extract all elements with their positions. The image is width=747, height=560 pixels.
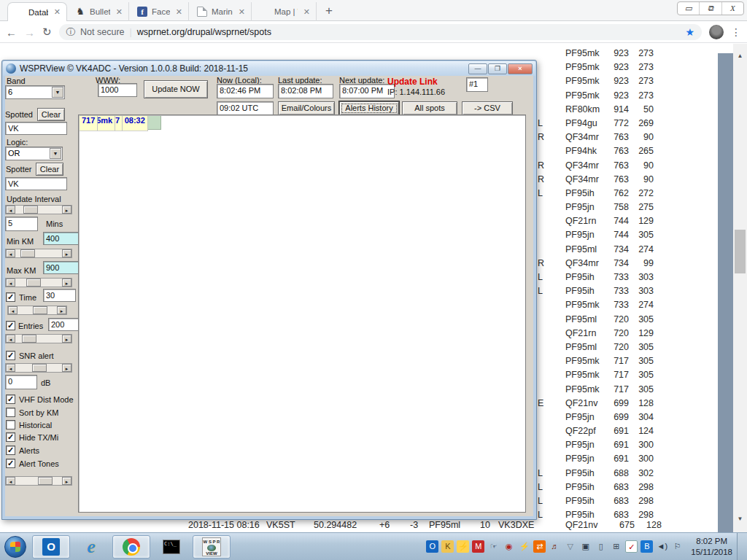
entries-checkbox[interactable]: ✓: [6, 321, 15, 330]
tune-lightning-icon[interactable]: ⚡: [518, 540, 530, 553]
tab-close-icon[interactable]: ✕: [54, 7, 61, 17]
band-select[interactable]: 6 ▼: [5, 85, 65, 99]
wsprview-taskbar-button[interactable]: W S P RVIEW: [193, 535, 231, 559]
minimize-icon[interactable]: ▭: [678, 2, 700, 15]
new-tab-button[interactable]: +: [320, 3, 338, 19]
snr-slider[interactable]: ◂▸: [5, 363, 72, 373]
spots-list[interactable]: UTC DateReportedFreqSNRDriftGridReporter…: [78, 114, 526, 513]
app-restore-icon[interactable]: ❐: [488, 63, 507, 74]
back-icon[interactable]: ←: [6, 26, 17, 39]
spotter-input[interactable]: VK: [5, 177, 67, 190]
app-minimize-icon[interactable]: —: [468, 63, 487, 74]
interval-slider[interactable]: ◂▸: [5, 205, 72, 214]
dial-gauge-icon[interactable]: ◉: [503, 540, 515, 553]
outlook-tray-icon[interactable]: O: [426, 540, 438, 553]
battery-icon[interactable]: ▯: [595, 540, 607, 553]
tab-marinetraffic-recei[interactable]: MarineTraffic Recei✕: [191, 2, 252, 21]
page-scrollbar[interactable]: ▲ ▼: [733, 44, 747, 532]
info-icon[interactable]: ⓘ: [66, 26, 76, 39]
update-now-button[interactable]: Update NOW: [144, 80, 208, 98]
show-desktop-button[interactable]: [737, 533, 747, 560]
flag-icon[interactable]: ⚐: [671, 540, 684, 553]
callsign-fragment: E: [538, 398, 543, 408]
spotted-clear-button[interactable]: Clear: [37, 108, 65, 121]
shield-tray-icon[interactable]: ▽: [564, 540, 576, 553]
spotter-clear-button[interactable]: Clear: [36, 163, 63, 176]
close-icon[interactable]: X: [722, 2, 743, 15]
network-icon[interactable]: ⊞: [610, 540, 622, 553]
tab-close-icon[interactable]: ✕: [303, 7, 310, 17]
min-km-input[interactable]: 400: [43, 232, 82, 245]
min-km-slider[interactable]: ◂▸: [5, 249, 72, 258]
key-icon[interactable]: K: [441, 540, 454, 553]
alerts-history-button[interactable]: Alerts History: [339, 101, 399, 115]
browser-menu-icon[interactable]: ⋮: [731, 26, 741, 38]
app-close-icon[interactable]: ×: [508, 63, 533, 74]
csv-button[interactable]: -> CSV: [462, 101, 513, 115]
snr-alert-checkbox[interactable]: ✓: [6, 351, 15, 360]
hide-tx-checkbox[interactable]: ✓: [6, 432, 15, 442]
display-icon[interactable]: ▣: [579, 540, 592, 553]
entries-input[interactable]: 200: [48, 318, 81, 331]
time-slider[interactable]: ◂▸: [7, 306, 67, 315]
scrollbar-thumb[interactable]: [735, 230, 746, 273]
start-button[interactable]: [4, 536, 26, 558]
sort-km-checkbox[interactable]: [6, 408, 15, 417]
historical-checkbox[interactable]: [6, 420, 15, 429]
entries-slider[interactable]: ◂▸: [5, 334, 72, 343]
tab-close-icon[interactable]: ✕: [116, 7, 123, 17]
interval-input[interactable]: 5: [5, 217, 38, 231]
mcafee-shield-icon[interactable]: M: [472, 540, 484, 553]
email-colours-button[interactable]: Email/Colours: [278, 101, 335, 115]
intel-check-icon[interactable]: ✓: [625, 540, 638, 553]
alerts-checkbox[interactable]: ✓: [6, 446, 15, 455]
tab-close-icon[interactable]: ✕: [176, 7, 182, 17]
alert-tones-checkbox[interactable]: ✓: [6, 459, 15, 468]
bookmark-star-icon[interactable]: ★: [685, 26, 694, 38]
url-text[interactable]: wsprnet.org/drupal/wsprnet/spots: [137, 27, 271, 37]
tab-bulletin-the-rock-h[interactable]: ♞Bulletin: The Rock H✕: [69, 2, 129, 21]
speaker-wave-icon[interactable]: ♬: [549, 540, 561, 553]
page-bottom-cell: 675: [619, 520, 635, 530]
reload-icon[interactable]: ↻: [42, 26, 52, 39]
spotted-input[interactable]: VK: [5, 122, 67, 135]
max-km-slider[interactable]: ◂▸: [5, 278, 72, 287]
volume-icon[interactable]: ◄): [656, 540, 668, 553]
link-number-input[interactable]: #1: [466, 77, 488, 92]
restore-icon[interactable]: ⧉: [700, 2, 721, 15]
bluetooth-icon[interactable]: B: [640, 540, 653, 553]
tab-database-wsprne[interactable]: Database | WSPRne✕: [7, 2, 67, 21]
address-bar[interactable]: ⓘ Not secure | wsprnet.org/drupal/wsprne…: [59, 24, 702, 40]
page-bottom-cell: +6: [379, 520, 390, 530]
www-input[interactable]: 1000: [98, 83, 137, 97]
chevron-down-icon[interactable]: ▼: [50, 148, 61, 159]
tab-close-icon[interactable]: ✕: [239, 7, 245, 17]
chrome-taskbar-button[interactable]: [112, 535, 150, 559]
sync-swap-icon[interactable]: ⇄: [533, 540, 546, 553]
cmd-taskbar-button[interactable]: C:\_: [152, 535, 190, 559]
outlook-taskbar-button[interactable]: O: [32, 535, 70, 559]
vhf-dist-checkbox[interactable]: ✓: [6, 394, 15, 404]
updater-icon[interactable]: ⚡: [457, 540, 469, 553]
scroll-up-icon[interactable]: ▲: [733, 52, 747, 59]
time-input[interactable]: 30: [43, 289, 76, 302]
grid-value: PF95mk: [565, 300, 600, 310]
snr-db-input[interactable]: 0: [5, 375, 37, 389]
ie-taskbar-button[interactable]: e: [72, 535, 110, 559]
logic-select[interactable]: OR ▼: [5, 147, 63, 160]
profile-avatar[interactable]: [709, 25, 724, 39]
update-link[interactable]: Update Link: [387, 77, 438, 87]
volume-slider[interactable]: ◂▸: [5, 476, 72, 486]
tab-map-wsprnet[interactable]: Map | WSPRnet✕: [254, 2, 317, 21]
max-km-input[interactable]: 900: [43, 261, 82, 274]
forward-icon[interactable]: →: [24, 26, 35, 39]
az-value: 274: [632, 244, 654, 254]
chevron-down-icon[interactable]: ▼: [52, 87, 63, 98]
hand-cursor-icon[interactable]: ☞: [487, 540, 500, 553]
all-spots-button[interactable]: All spots: [402, 101, 457, 115]
tab-facebook[interactable]: fFacebook✕: [131, 2, 189, 21]
wsprview-titlebar[interactable]: WSPRView © VK4ADC - Version 1.0.0.8 Buil…: [3, 61, 535, 76]
taskbar-clock[interactable]: 8:02 PM 15/11/2018: [691, 536, 732, 558]
snr-alert-label: SNR alert: [19, 351, 54, 360]
time-checkbox[interactable]: ✓: [6, 292, 15, 302]
